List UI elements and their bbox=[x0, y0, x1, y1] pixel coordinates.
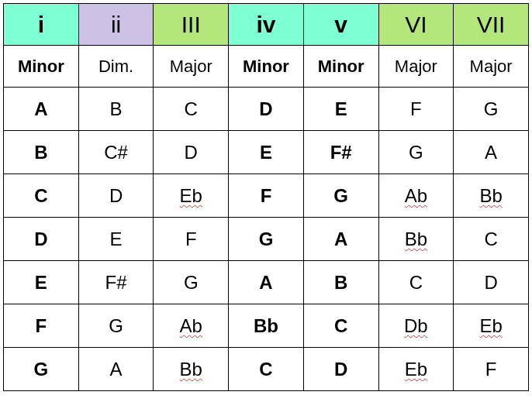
cell: D bbox=[454, 261, 529, 304]
cell: B bbox=[303, 261, 378, 304]
table-row: B C# D E F# G A bbox=[4, 131, 529, 174]
quality-vii: Major bbox=[454, 46, 529, 88]
cell: Bb bbox=[229, 304, 304, 348]
cell: F bbox=[454, 348, 529, 391]
cell: G bbox=[78, 304, 154, 348]
chord-quality-row: Minor Dim. Major Minor Minor Major Major bbox=[4, 46, 529, 88]
cell: A bbox=[303, 218, 378, 261]
cell: G bbox=[378, 131, 454, 174]
cell: A bbox=[229, 261, 304, 304]
cell: Ab bbox=[378, 174, 454, 218]
roman-numeral-row: i ii III iv v VI VII bbox=[4, 4, 529, 46]
cell: Ab bbox=[154, 304, 229, 348]
quality-v: Minor bbox=[303, 46, 378, 88]
cell: F bbox=[378, 88, 454, 131]
cell: A bbox=[454, 131, 529, 174]
cell: D bbox=[229, 88, 304, 131]
cell: F bbox=[229, 174, 304, 218]
minor-key-chord-table: i ii III iv v VI VII Minor Dim. Major Mi… bbox=[3, 3, 529, 391]
cell: G bbox=[154, 261, 229, 304]
table-row: G A Bb C D Eb F bbox=[4, 348, 529, 391]
cell: A bbox=[78, 348, 154, 391]
cell: D bbox=[4, 218, 79, 261]
cell: Bb bbox=[454, 174, 529, 218]
cell: Eb bbox=[378, 348, 454, 391]
cell: B bbox=[78, 88, 154, 131]
table-row: D E F G A Bb C bbox=[4, 218, 529, 261]
cell: A bbox=[4, 88, 79, 131]
cell: F# bbox=[303, 131, 378, 174]
roman-i: i bbox=[4, 4, 79, 46]
cell: G bbox=[229, 218, 304, 261]
table-row: A B C D E F G bbox=[4, 88, 529, 131]
cell: Bb bbox=[378, 218, 454, 261]
roman-vii: VII bbox=[454, 4, 529, 46]
quality-i: Minor bbox=[4, 46, 79, 88]
cell: Eb bbox=[154, 174, 229, 218]
cell: C# bbox=[78, 131, 154, 174]
cell: G bbox=[454, 88, 529, 131]
table-row: E F# G A B C D bbox=[4, 261, 529, 304]
cell: D bbox=[303, 348, 378, 391]
cell: E bbox=[229, 131, 304, 174]
cell: Bb bbox=[154, 348, 229, 391]
roman-iv: iv bbox=[229, 4, 304, 46]
cell: D bbox=[78, 174, 154, 218]
cell: F bbox=[154, 218, 229, 261]
cell: G bbox=[303, 174, 378, 218]
cell: Db bbox=[378, 304, 454, 348]
roman-iii: III bbox=[154, 4, 229, 46]
cell: F bbox=[4, 304, 79, 348]
quality-iv: Minor bbox=[229, 46, 304, 88]
cell: E bbox=[78, 218, 154, 261]
cell: C bbox=[4, 174, 79, 218]
roman-ii: ii bbox=[78, 4, 154, 46]
quality-iii: Major bbox=[154, 46, 229, 88]
cell: C bbox=[454, 218, 529, 261]
cell: C bbox=[154, 88, 229, 131]
cell: Eb bbox=[454, 304, 529, 348]
table-row: F G Ab Bb C Db Eb bbox=[4, 304, 529, 348]
cell: C bbox=[303, 304, 378, 348]
cell: C bbox=[378, 261, 454, 304]
roman-vi: VI bbox=[378, 4, 454, 46]
cell: D bbox=[154, 131, 229, 174]
roman-v: v bbox=[303, 4, 378, 46]
table-row: C D Eb F G Ab Bb bbox=[4, 174, 529, 218]
cell: F# bbox=[78, 261, 154, 304]
cell: E bbox=[303, 88, 378, 131]
cell: G bbox=[4, 348, 79, 391]
cell: B bbox=[4, 131, 79, 174]
quality-vi: Major bbox=[378, 46, 454, 88]
quality-ii: Dim. bbox=[78, 46, 154, 88]
cell: E bbox=[4, 261, 79, 304]
cell: C bbox=[229, 348, 304, 391]
